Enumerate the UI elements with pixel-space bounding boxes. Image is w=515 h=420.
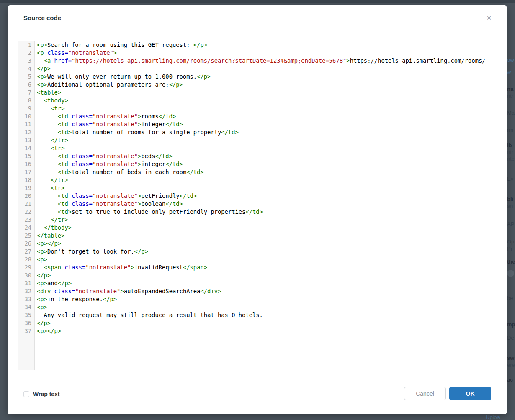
background-text-fragment: AP: [507, 221, 514, 228]
background-text-fragment: be: [507, 295, 513, 302]
code-line[interactable]: 21 <td class="notranslate">boolean</td>: [18, 200, 507, 208]
code-line-text: <p>: [35, 303, 47, 311]
background-text-fragment: Op: [507, 238, 514, 245]
cancel-button[interactable]: Cancel: [404, 387, 446, 400]
code-line[interactable]: 5<p>We will only ever return up to 1,000…: [18, 73, 507, 81]
line-number: 29: [18, 264, 35, 271]
code-line[interactable]: 15 <td class="notranslate">beds</td>: [18, 152, 507, 160]
source-code-dialog: Source code × 1<p>Search for a room usin…: [8, 5, 507, 414]
code-line[interactable]: 16 <td class="notranslate">integer</td>: [18, 160, 507, 168]
code-line-text: <span class="notranslate">invalidRequest…: [35, 264, 207, 271]
wrap-text-checkbox[interactable]: [23, 391, 29, 397]
code-line[interactable]: 4</p>: [18, 65, 507, 73]
code-line[interactable]: 2<p class="notranslate">: [18, 49, 507, 57]
code-line[interactable]: 12 <td>total number of rooms for a singl…: [18, 128, 507, 136]
line-number: 4: [18, 65, 35, 73]
line-number: 1: [18, 41, 35, 49]
code-line-text: <p>Search for a room using this GET requ…: [35, 41, 207, 49]
code-line[interactable]: 7<table>: [18, 89, 507, 97]
code-line-text: <p class="notranslate">: [35, 49, 117, 57]
code-line[interactable]: 24 </tbody>: [18, 224, 507, 232]
code-line[interactable]: 9 <tr>: [18, 105, 507, 113]
code-line[interactable]: 20 <td class="notranslate">petFriendly</…: [18, 192, 507, 200]
code-line[interactable]: 33<p>in the response.</p>: [18, 295, 507, 303]
code-editor[interactable]: 1<p>Search for a room using this GET req…: [18, 41, 507, 370]
line-number: 21: [18, 200, 35, 208]
code-line[interactable]: 32<div class="notranslate">autoExpandedS…: [18, 287, 507, 295]
line-number: 18: [18, 176, 35, 184]
line-number: 13: [18, 136, 35, 144]
line-number: 7: [18, 89, 35, 97]
code-line[interactable]: 35 Any valid request may still produce a…: [18, 311, 507, 319]
background-avatar: [507, 270, 514, 277]
line-number: 30: [18, 271, 35, 279]
line-number: 19: [18, 184, 35, 192]
line-number: 9: [18, 105, 35, 113]
background-text-fragment: mp: [507, 321, 515, 328]
code-line-text: </tr>: [35, 216, 68, 224]
code-line[interactable]: 1<p>Search for a room using this GET req…: [18, 41, 507, 49]
code-line[interactable]: 6<p>Additional optional parameters are:<…: [18, 81, 507, 89]
code-line[interactable]: 11 <td class="notranslate">integer</td>: [18, 120, 507, 128]
line-number: 20: [18, 192, 35, 200]
background-text-fragment: De: [507, 335, 514, 341]
line-number: 6: [18, 81, 35, 89]
wrap-text-option[interactable]: Wrap text: [23, 391, 60, 397]
code-line[interactable]: 23 </tr>: [18, 216, 507, 224]
line-number: 27: [18, 248, 35, 256]
code-line[interactable]: 14 <tr>: [18, 144, 507, 152]
background-text-fragment: Ev: [507, 176, 513, 182]
code-line[interactable]: 10 <td class="notranslate">rooms</td>: [18, 113, 507, 120]
code-line-text: <p>Additional optional parameters are:</…: [35, 81, 183, 89]
code-line-text: <tr>: [35, 105, 64, 113]
code-line-text: <p></p>: [35, 240, 61, 248]
code-line-text: <div class="notranslate">autoExpandedSea…: [35, 287, 221, 295]
code-line[interactable]: 17 <td>total number of beds in each room…: [18, 168, 507, 176]
code-line-text: <td>total number of rooms for a single p…: [35, 128, 239, 136]
code-line-text: </tbody>: [35, 224, 72, 232]
code-line[interactable]: 25</table>: [18, 232, 507, 240]
background-text-fragment: Uploa: [486, 414, 500, 420]
code-line[interactable]: 3 <a href="https://hotels-api.smartling.…: [18, 57, 507, 65]
code-line[interactable]: 18 </tr>: [18, 176, 507, 184]
code-line[interactable]: 34<p>: [18, 303, 507, 311]
code-line[interactable]: 29 <span class="notranslate">invalidRequ…: [18, 264, 507, 271]
code-line[interactable]: 13 </tr>: [18, 136, 507, 144]
line-number: 36: [18, 319, 35, 327]
background-text-fragment: ib: [507, 142, 512, 149]
line-number: 24: [18, 224, 35, 232]
code-line[interactable]: 37<p></p>: [18, 327, 507, 335]
code-line[interactable]: 27<p>Don't forget to look for:</p>: [18, 248, 507, 256]
code-line-text: <td class="notranslate">rooms</td>: [35, 113, 176, 120]
code-line-text: </p>: [35, 271, 51, 279]
code-line-text: <td class="notranslate">integer</td>: [35, 120, 183, 128]
code-line-text: <table>: [35, 89, 61, 97]
code-line[interactable]: 26<p></p>: [18, 240, 507, 248]
code-line[interactable]: 19 <tr>: [18, 184, 507, 192]
code-line-text: </table>: [35, 232, 64, 240]
background-text-fragment: nte: [507, 156, 515, 162]
code-line[interactable]: 36</p>: [18, 319, 507, 327]
code-line[interactable]: 28<p>: [18, 256, 507, 264]
code-line[interactable]: 22 <td>set to true to include only petFr…: [18, 208, 507, 216]
line-number: 32: [18, 287, 35, 295]
dialog-header: Source code ×: [8, 5, 507, 30]
ok-button[interactable]: OK: [449, 387, 491, 400]
background-text-fragment: an: [507, 203, 513, 210]
background-text-fragment: ow: [507, 57, 514, 64]
background-text-fragment: sw: [507, 355, 514, 361]
code-line[interactable]: 31<p>and</p>: [18, 279, 507, 287]
code-line-text: <p>and</p>: [35, 279, 72, 287]
code-line-text: </tr>: [35, 136, 68, 144]
line-number: 12: [18, 128, 35, 136]
code-line-text: <tr>: [35, 144, 64, 152]
line-number: 8: [18, 97, 35, 105]
line-number: 34: [18, 303, 35, 311]
close-icon[interactable]: ×: [484, 13, 494, 23]
code-line[interactable]: 30</p>: [18, 271, 507, 279]
code-line-text: <tr>: [35, 184, 64, 192]
code-line-text: <td class="notranslate">beds</td>: [35, 152, 173, 160]
line-number: 2: [18, 49, 35, 57]
code-line[interactable]: 8 <tbody>: [18, 97, 507, 105]
background-text-fragment: Ma: [507, 110, 515, 116]
